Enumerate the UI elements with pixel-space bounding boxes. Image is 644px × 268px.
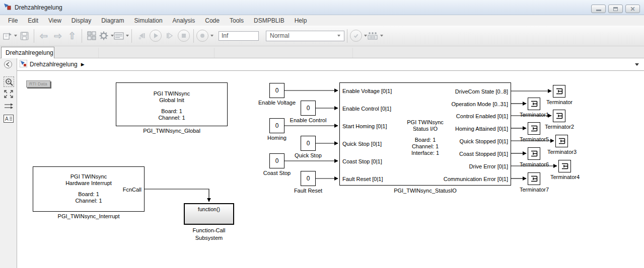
check-icon	[350, 30, 362, 42]
function-call-subsystem-block[interactable]: function()	[184, 203, 234, 225]
menu-bar: File Edit View Display Diagram Simulatio…	[0, 15, 644, 26]
run-button[interactable]	[149, 28, 163, 43]
tabstrip-separator	[352, 48, 353, 58]
terminator2-block[interactable]	[553, 110, 565, 122]
stop-time-input[interactable]	[219, 31, 259, 41]
fcn-subsystem-name: Function-Call Subsystem	[184, 227, 234, 242]
function-text: function()	[198, 206, 220, 212]
constant-enable-voltage[interactable]: 0	[269, 83, 284, 98]
global-init-block-name: PGI_TWINsync_Global	[116, 128, 228, 134]
wire-fcncall[interactable]	[145, 189, 209, 202]
model-canvas[interactable]: RTI Data PGI TWINsync Global Init Board:…	[18, 71, 644, 268]
menu-dsmpblib[interactable]: DSMPBLIB	[249, 16, 290, 26]
annotation-button[interactable]: A	[4, 115, 14, 123]
signal-routing-button[interactable]	[4, 103, 14, 110]
status-line1: PGI TWINsync	[340, 119, 511, 126]
library-browser-button[interactable]	[85, 28, 99, 43]
model-settings-button[interactable]	[99, 28, 114, 43]
terminator5-label: Terminator5	[512, 136, 557, 143]
status-block-name: PGI_TWINsync_StatusIO	[339, 188, 511, 194]
breadcrumb-dropdown-icon[interactable]	[635, 63, 639, 66]
window-title: Drehzahlregelung	[15, 4, 62, 11]
menu-analysis[interactable]: Analysis	[168, 16, 200, 26]
menu-simulation[interactable]: Simulation	[129, 16, 168, 26]
menu-code[interactable]: Code	[200, 16, 225, 26]
toolbar-separator	[82, 29, 82, 43]
menu-view[interactable]: View	[43, 16, 66, 26]
constant-homing[interactable]: 0	[269, 118, 284, 133]
simulink-model-icon	[20, 60, 27, 69]
terminator-block[interactable]	[553, 85, 565, 98]
terminator7-label: Terminator7	[512, 187, 557, 193]
terminator6-block[interactable]	[528, 147, 540, 160]
terminator2-label: Terminator2	[537, 124, 582, 130]
menu-diagram[interactable]: Diagram	[96, 16, 129, 26]
tab-drehzahlregelung[interactable]: Drehzahlregelung	[1, 47, 54, 58]
build-button[interactable]	[367, 28, 383, 43]
constant-value: 0	[307, 175, 310, 182]
forward-button[interactable]: ⇨	[51, 28, 65, 43]
status-io-block[interactable]: Enable Voltage [0|1] Enable Control [0|1…	[339, 82, 511, 186]
terminator1-block[interactable]	[528, 98, 540, 110]
terminator1-label: Terminator1	[512, 112, 557, 118]
constant-fault-reset[interactable]: 0	[301, 171, 316, 186]
tab-label: Drehzahlregelung	[6, 49, 53, 56]
sim-mode-select[interactable]: Normal	[266, 31, 344, 41]
constant-value: 0	[275, 87, 279, 94]
constant-value: 0	[307, 105, 310, 112]
config-dropdown-icon	[126, 35, 129, 37]
fcn-subsystem-name-line1: Function-Call	[184, 227, 234, 234]
input-port-coast-stop: Coast Stop [0|1]	[342, 158, 382, 164]
menu-help[interactable]: Help	[290, 16, 312, 26]
title-bar: Drehzahlregelung ✕	[0, 0, 644, 15]
back-button[interactable]: ⇦	[37, 28, 51, 43]
step-back-button[interactable]	[134, 28, 149, 43]
rti-data-block[interactable]: RTI Data	[26, 80, 50, 87]
terminator4-label: Terminator4	[542, 174, 588, 181]
terminator3-block[interactable]	[555, 135, 568, 147]
close-icon: ✕	[630, 6, 635, 12]
breadcrumb-root[interactable]: Drehzahlregelung	[30, 61, 78, 68]
tabstrip-separator	[98, 48, 99, 58]
interrupt-line1: PGI TWINsync	[33, 173, 144, 180]
tab-bar: Drehzahlregelung	[0, 46, 644, 58]
model-advisor-button[interactable]	[350, 28, 367, 43]
terminator3-label: Terminator3	[539, 149, 585, 155]
menu-tools[interactable]: Tools	[225, 16, 249, 26]
output-port-control-enabled: Control Enabled [0|1]	[456, 113, 508, 119]
input-port-enable-control: Enable Control [0|1]	[342, 106, 391, 112]
constant-quick-stop[interactable]: 0	[301, 136, 316, 151]
model-config-button[interactable]	[114, 28, 129, 43]
hide-explorer-button[interactable]	[4, 60, 12, 68]
terminator-label: Terminator	[537, 99, 582, 106]
step-forward-button[interactable]	[163, 28, 177, 43]
constant-coast-stop[interactable]: 0	[269, 153, 284, 168]
menu-display[interactable]: Display	[66, 16, 96, 26]
new-model-button[interactable]	[3, 28, 17, 43]
terminator7-block[interactable]	[528, 172, 540, 185]
minimize-button[interactable]	[591, 5, 606, 13]
record-button[interactable]	[196, 28, 213, 43]
menu-file[interactable]: File	[3, 16, 23, 26]
global-init-line1: PGI TWINsync	[116, 91, 227, 97]
terminator4-block[interactable]	[558, 160, 571, 172]
up-button[interactable]: ⇧	[65, 28, 79, 43]
fit-to-view-button[interactable]	[4, 90, 14, 99]
toolbar: ⇦ ⇨ ⇧ Normal	[0, 26, 644, 46]
terminator6-label: Terminator6	[512, 161, 557, 168]
zoom-tool-button[interactable]	[4, 76, 14, 87]
close-button[interactable]: ✕	[625, 5, 640, 13]
stop-button[interactable]	[177, 28, 191, 43]
constant-enable-control[interactable]: 0	[301, 101, 316, 116]
menu-edit[interactable]: Edit	[23, 16, 43, 26]
global-init-block[interactable]: PGI TWINsync Global Init Board: 1 Channe…	[116, 82, 228, 126]
status-line2: Status I/O	[340, 126, 511, 132]
sim-mode-value: Normal	[270, 32, 290, 39]
hardware-interrupt-block[interactable]: PGI TWINsync Hardware Interrupt Board: 1…	[33, 166, 145, 212]
interrupt-channel: Channel: 1	[33, 198, 144, 204]
restore-button[interactable]	[608, 5, 623, 13]
save-button[interactable]	[17, 28, 31, 43]
terminator5-block[interactable]	[528, 122, 540, 135]
toolbar-separator	[193, 29, 194, 43]
breadcrumb: Drehzahlregelung ▶	[17, 58, 644, 71]
